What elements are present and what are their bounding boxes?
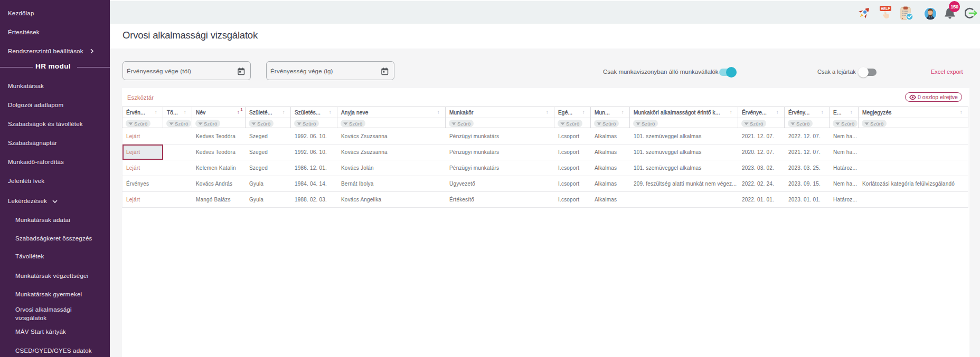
svg-text:HELP: HELP bbox=[881, 7, 890, 11]
